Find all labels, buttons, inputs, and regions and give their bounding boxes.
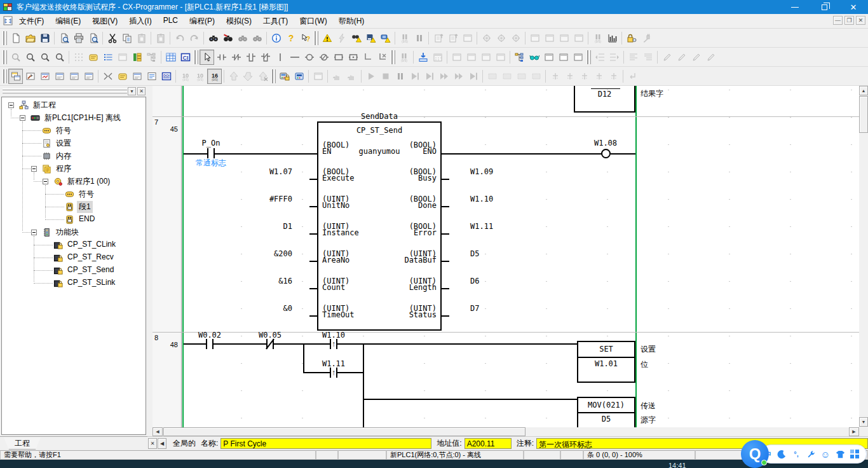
project-tab[interactable]: 工程 [4,437,41,450]
check-program-button[interactable] [363,31,378,46]
tree-item-13[interactable]: CP_ST_Recv [65,252,116,262]
toolbar-gripper[interactable] [314,31,318,45]
ime-punctuation-icon[interactable]: °, [791,449,801,459]
contact-label[interactable]: P_On [192,139,230,148]
time-chart-button[interactable] [605,31,620,46]
io-table-button[interactable]: DOI [159,69,173,84]
horizontal-scrollbar[interactable]: ◀ ▶ [153,427,859,436]
minimize-button[interactable] [780,0,810,14]
instruction-operand[interactable]: D12 [575,90,634,99]
fb-input-value[interactable]: &16 [214,277,292,286]
tree-item-4[interactable]: 设置 [54,137,73,149]
work-online-button[interactable] [277,69,292,84]
cross-reference-button[interactable] [37,69,52,84]
new-file-button[interactable] [8,31,23,46]
new-or-contact-button[interactable] [243,50,258,65]
select-mode-button[interactable] [200,50,214,65]
tree-item-12[interactable]: CP_ST_CLink [65,239,118,249]
scroll-up-button[interactable]: ▲ [859,86,868,95]
new-instruction-button[interactable] [331,50,346,65]
tree-item-3[interactable]: 符号 [54,125,73,137]
window-check-button[interactable] [571,50,585,65]
menu-6[interactable]: 编程(P) [184,14,220,29]
restore-button[interactable] [810,0,839,14]
contact[interactable] [206,148,216,158]
menu-5[interactable]: PLC [158,14,184,29]
toolbar-gripper[interactable] [391,50,395,64]
workspace-window-button[interactable] [8,69,23,84]
fb-output-value[interactable]: W1.11 [470,223,493,231]
new-closed-contact-button[interactable] [229,50,243,65]
tree-item-14[interactable]: CP_ST_Send [65,265,116,275]
vertical-scrollbar[interactable]: ▲ ▼ [859,86,868,427]
symbol-name-field[interactable]: P First Cycle [220,438,431,449]
scroll-down-button[interactable]: ▼ [859,417,868,427]
ime-wrench-icon[interactable] [806,449,816,459]
save-button[interactable] [37,31,52,46]
instruction-box-partial[interactable]: D12 [574,86,635,113]
menu-7[interactable]: 模拟(S) [220,14,257,29]
window-x-button[interactable] [556,50,571,65]
free-window-button[interactable] [130,69,144,84]
view-symbol-table-button[interactable] [163,50,178,65]
fields-close-button[interactable]: ✕ [148,438,157,449]
context-help-button[interactable]: ? [298,31,313,46]
fb-input-value[interactable]: D1 [214,223,292,231]
zoom-in-button[interactable] [23,50,37,65]
cut-button[interactable] [105,31,119,46]
panel-menu-button[interactable]: ▾ [128,87,136,95]
toolbar-gripper[interactable] [3,31,7,45]
new-horizontal-button[interactable] [287,50,302,65]
open-file-button[interactable] [23,31,37,46]
fb-input-value[interactable]: &0 [214,305,292,313]
transfer-check-button[interactable] [378,31,393,46]
tree-item-1[interactable]: 新工程 [31,99,58,111]
function-block[interactable]: CP_ST_Send (BOOL) EN guanyumou (BOOL) EN… [317,121,442,331]
mdi-close-button[interactable]: ✕ [856,16,865,25]
toolbar-gripper[interactable] [194,50,198,64]
menu-2[interactable]: 编辑(E) [50,14,86,29]
print-button[interactable] [71,31,86,46]
monitor-hex-button[interactable]: 16(0/0) [207,69,222,84]
output-window-button[interactable] [23,69,37,84]
fb-output-value[interactable]: D6 [470,277,479,286]
mov-instruction-box[interactable]: MOV(021) D5 [577,397,635,427]
tree-item-5[interactable]: 内存 [54,150,73,162]
tree-item-6[interactable]: 程序 [54,163,73,175]
help-topics-button[interactable]: ? [283,31,298,46]
instruction-operand[interactable]: W1.01 [578,358,634,382]
contact[interactable] [205,339,215,349]
fb-output-value[interactable]: D5 [470,250,479,258]
ime-logo[interactable]: Q [741,440,769,468]
fb-output-value[interactable]: D7 [470,305,479,313]
new-vertical-button[interactable] [273,50,287,65]
tree-item-10[interactable]: END [77,214,97,224]
tree-expander-minus[interactable] [20,115,25,121]
tree-expander-minus[interactable] [31,230,37,235]
find-button[interactable] [206,31,220,46]
horizontal-scroll-thumb[interactable] [163,427,526,436]
fb-output-value[interactable]: W1.10 [470,195,493,203]
menu-9[interactable]: 窗口(W) [294,14,332,29]
split-window-button[interactable] [100,69,115,84]
panel-close-button[interactable]: ✕ [137,87,146,95]
menu-4[interactable]: 插入(I) [123,14,157,29]
print-preview-button[interactable] [86,31,100,46]
instruction-operand[interactable]: D5 [578,413,634,427]
ime-moon-icon[interactable] [776,449,787,459]
menu-10[interactable]: 帮助(H) [333,14,370,29]
watch-glasses-button[interactable] [527,50,541,65]
about-button[interactable] [269,31,283,46]
new-coil-button[interactable] [302,50,316,65]
mdi-restore-button[interactable]: ❐ [844,16,854,25]
tree-item-11[interactable]: 功能块 [54,226,81,238]
window-z-button[interactable] [541,50,556,65]
scroll-left-button[interactable]: ◀ [153,427,163,436]
rung-colors-button[interactable] [130,50,144,65]
zoom-100-button[interactable] [52,50,67,65]
fb-input-value[interactable]: W1.07 [214,168,292,176]
tree-expander-minus[interactable] [31,166,37,172]
set-instruction-box[interactable]: SET W1.01 [577,341,635,383]
tree-item-7[interactable]: 新程序1 (00) [65,176,112,188]
menu-8[interactable]: 工具(T) [257,14,294,29]
